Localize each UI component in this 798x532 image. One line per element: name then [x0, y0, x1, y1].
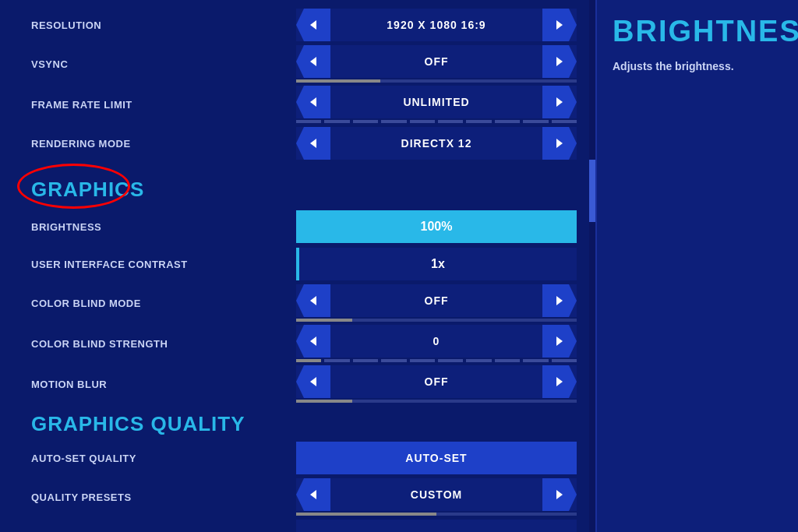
svg-marker-1	[556, 20, 563, 30]
motion-blur-left-arrow[interactable]	[296, 365, 330, 398]
brightness-bar[interactable]: 100%	[296, 210, 577, 243]
color-blind-strength-control: 0	[296, 325, 577, 362]
auto-set-quality-label: AUTO-SET QUALITY	[31, 453, 296, 464]
quality-presets-box: CUSTOM	[296, 478, 577, 511]
brightness-label: BRIGHTNESS	[31, 221, 296, 233]
color-blind-mode-value: OFF	[330, 294, 542, 307]
svg-marker-12	[310, 377, 316, 386]
motion-blur-right-arrow[interactable]	[542, 365, 577, 398]
rendering-mode-value: DIRECTX 12	[330, 137, 542, 150]
scrollbar-track	[589, 0, 595, 532]
resolution-row: RESOLUTION 1920 X 1080 16:9	[31, 8, 595, 42]
resolution-right-arrow[interactable]	[542, 9, 577, 41]
color-blind-strength-row: COLOR BLIND STRENGTH 0	[31, 325, 595, 362]
resolution-value: 1920 X 1080 16:9	[330, 19, 542, 31]
frame-rate-box: UNLIMITED	[296, 86, 577, 118]
color-blind-strength-right-arrow[interactable]	[542, 325, 577, 358]
brightness-control: 100%	[296, 210, 577, 243]
help-quality-control: OPEN WEBSITE	[296, 520, 577, 532]
frame-rate-right-arrow[interactable]	[542, 86, 577, 118]
vsync-left-arrow[interactable]	[296, 45, 330, 78]
svg-marker-13	[556, 377, 563, 386]
auto-set-quality-button[interactable]: AUTO-SET	[296, 442, 577, 474]
svg-marker-9	[556, 296, 563, 305]
svg-marker-14	[310, 490, 316, 499]
graphics-section: GRAPHICS	[31, 170, 144, 206]
color-blind-strength-box: 0	[296, 325, 577, 358]
quality-presets-slider	[296, 513, 577, 516]
motion-blur-label: MOTION BLUR	[31, 379, 296, 390]
frame-rate-value: UNLIMITED	[330, 96, 542, 108]
scrollbar-thumb[interactable]	[589, 160, 595, 222]
svg-marker-0	[310, 20, 316, 30]
svg-marker-3	[556, 57, 563, 66]
svg-marker-7	[556, 139, 563, 148]
auto-set-quality-row: AUTO-SET QUALITY AUTO-SET	[31, 441, 595, 475]
vsync-label: VSYNC	[31, 58, 296, 70]
frame-rate-row: FRAME RATE LIMIT UNLIMITED	[31, 86, 595, 123]
resolution-left-arrow[interactable]	[296, 9, 330, 41]
rendering-mode-label: RENDERING MODE	[31, 138, 296, 150]
auto-set-quality-control: AUTO-SET	[296, 442, 577, 474]
resolution-control: 1920 X 1080 16:9	[296, 9, 577, 41]
resolution-box: 1920 X 1080 16:9	[296, 9, 577, 41]
motion-blur-box: OFF	[296, 365, 577, 398]
settings-panel: RESOLUTION 1920 X 1080 16:9 VSYNC	[0, 0, 595, 532]
help-quality-button[interactable]: OPEN WEBSITE	[296, 520, 577, 532]
color-blind-mode-row: COLOR BLIND MODE OFF	[31, 284, 595, 322]
rendering-mode-left-arrow[interactable]	[296, 127, 330, 160]
svg-marker-5	[556, 97, 563, 107]
frame-rate-label: FRAME RATE LIMIT	[31, 99, 296, 111]
frame-rate-slider	[296, 120, 577, 123]
vsync-value: OFF	[330, 55, 542, 68]
graphics-quality-header: GRAPHICS QUALITY	[31, 412, 595, 436]
help-quality-row: HELP ME CHOOSE QUALITY SETTINGS OPEN WEB…	[31, 519, 595, 532]
sidebar-panel: BRIGHTNESS Adjusts the brightness.	[595, 0, 798, 532]
resolution-label: RESOLUTION	[31, 19, 296, 31]
frame-rate-control: UNLIMITED	[296, 86, 577, 123]
color-blind-mode-right-arrow[interactable]	[542, 284, 577, 317]
svg-marker-8	[310, 296, 316, 305]
svg-marker-10	[310, 336, 316, 346]
ui-contrast-label: USER INTERFACE CONTRAST	[31, 259, 296, 270]
contrast-bar[interactable]: 1x	[296, 248, 577, 280]
quality-presets-control: CUSTOM	[296, 478, 577, 516]
quality-presets-left-arrow[interactable]	[296, 478, 330, 511]
vsync-slider	[296, 79, 577, 83]
quality-presets-row: QUALITY PRESETS CUSTOM	[31, 478, 595, 516]
motion-blur-slider	[296, 400, 577, 403]
rendering-mode-control: DIRECTX 12	[296, 127, 577, 160]
motion-blur-value: OFF	[330, 375, 542, 388]
svg-marker-15	[556, 490, 563, 499]
vsync-box: OFF	[296, 45, 577, 78]
rendering-mode-box: DIRECTX 12	[296, 127, 577, 160]
vsync-control: OFF	[296, 45, 577, 83]
ui-contrast-row: USER INTERFACE CONTRAST 1x	[31, 247, 595, 281]
brightness-value: 100%	[296, 210, 577, 243]
graphics-header: GRAPHICS	[31, 178, 144, 202]
quality-presets-value: CUSTOM	[330, 488, 542, 501]
quality-presets-label: QUALITY PRESETS	[31, 491, 296, 503]
brightness-row: BRIGHTNESS 100%	[31, 210, 595, 244]
ui-contrast-control: 1x	[296, 248, 577, 280]
sidebar-title: BRIGHTNESS	[613, 16, 782, 48]
motion-blur-row: MOTION BLUR OFF	[31, 365, 595, 403]
frame-rate-left-arrow[interactable]	[296, 86, 330, 118]
contrast-value: 1x	[299, 248, 577, 280]
svg-marker-6	[310, 139, 316, 148]
rendering-mode-right-arrow[interactable]	[542, 127, 577, 160]
color-blind-strength-value: 0	[330, 335, 542, 347]
color-blind-mode-label: COLOR BLIND MODE	[31, 298, 296, 309]
color-blind-mode-slider	[296, 319, 577, 322]
vsync-right-arrow[interactable]	[542, 45, 577, 78]
svg-marker-2	[310, 57, 316, 66]
svg-marker-4	[310, 97, 316, 107]
color-blind-mode-left-arrow[interactable]	[296, 284, 330, 317]
rendering-mode-row: RENDERING MODE DIRECTX 12	[31, 126, 595, 160]
sidebar-description: Adjusts the brightness.	[613, 60, 782, 72]
color-blind-mode-box: OFF	[296, 284, 577, 317]
vsync-row: VSYNC OFF	[31, 45, 595, 83]
color-blind-mode-control: OFF	[296, 284, 577, 322]
quality-presets-right-arrow[interactable]	[542, 478, 577, 511]
color-blind-strength-left-arrow[interactable]	[296, 325, 330, 358]
